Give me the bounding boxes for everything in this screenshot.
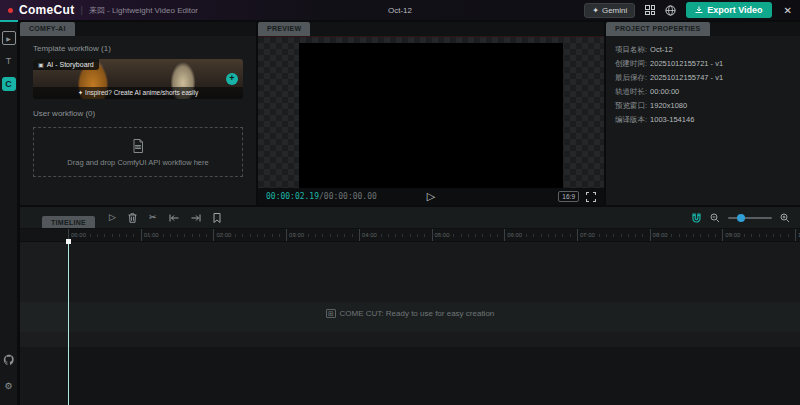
export-video-label: Export Video — [707, 5, 762, 15]
tab-timeline[interactable]: TIMELINE — [42, 216, 95, 228]
ruler-minor-tick — [773, 234, 774, 237]
jump-start-button[interactable] — [169, 214, 179, 222]
playhead-handle[interactable] — [66, 239, 71, 244]
timeline-play-button[interactable]: ▷ — [109, 213, 116, 222]
sidebar-item-comfy[interactable]: C — [2, 77, 16, 91]
ruler-minor-tick — [584, 234, 585, 237]
bookmark-icon — [213, 213, 221, 223]
ruler-major-tick — [141, 229, 142, 242]
ruler-minor-tick — [388, 234, 389, 237]
ruler-minor-tick — [664, 234, 665, 237]
timeline-message-text: COME CUT: Ready to use for easy creation — [340, 309, 495, 318]
track-row[interactable] — [20, 347, 800, 405]
ruler-minor-tick — [235, 234, 236, 237]
sidebar-item-media[interactable]: ▶ — [2, 31, 16, 45]
timeline-tools: ▷ ✂ — [109, 213, 220, 223]
comecut-badge-icon: ⊞ — [326, 309, 336, 318]
ruler-minor-tick — [170, 234, 171, 237]
property-value: 20251012155747 - v1 — [650, 73, 723, 83]
cut-clip-button[interactable]: ✂ — [149, 213, 157, 222]
fullscreen-icon[interactable] — [586, 192, 596, 202]
ruler-minor-tick — [759, 234, 760, 237]
ruler-minor-tick — [126, 234, 127, 237]
ruler-minor-tick — [635, 234, 636, 237]
ruler-time-label: 08:00 — [653, 232, 668, 238]
playhead[interactable] — [68, 242, 69, 405]
ruler-major-tick — [213, 229, 214, 242]
property-row: 轨道时长:00:00:00 — [615, 87, 791, 97]
property-row: 项目名称:Oct-12 — [615, 45, 791, 55]
add-template-button[interactable]: + — [226, 73, 238, 85]
ruler-minor-tick — [730, 234, 731, 237]
ruler-time-label: 06:00 — [507, 232, 522, 238]
ruler-minor-tick — [381, 234, 382, 237]
track-row[interactable] — [20, 242, 800, 302]
ruler-minor-tick — [177, 234, 178, 237]
ruler-minor-tick — [395, 234, 396, 237]
ruler-minor-tick — [475, 234, 476, 237]
github-icon — [3, 354, 15, 366]
layout-grid-button[interactable] — [645, 5, 655, 15]
zoom-out-icon[interactable] — [710, 213, 720, 223]
ruler-minor-tick — [766, 234, 767, 237]
sidebar-bottom: ⚙ — [2, 353, 16, 405]
property-value: 1920x1080 — [650, 101, 687, 111]
ruler-minor-tick — [613, 234, 614, 237]
ruler-minor-tick — [366, 234, 367, 237]
ruler-minor-tick — [526, 234, 527, 237]
preview-panel-header: PREVIEW — [258, 22, 604, 36]
property-label: 编译版本: — [615, 115, 647, 125]
play-button[interactable]: ▷ — [427, 191, 435, 202]
magnet-snap-icon[interactable] — [691, 212, 702, 223]
aspect-ratio-button[interactable]: 16:9 — [558, 191, 579, 202]
sidebar-item-text[interactable]: T — [2, 54, 16, 68]
export-video-button[interactable]: Export Video — [686, 2, 771, 18]
property-value: Oct-12 — [650, 45, 673, 55]
preview-panel: PREVIEW 00:00:02.19/00:00:00.00 ▷ 16:9 — [258, 22, 604, 205]
storyboard-template-card[interactable]: ▣ AI - Storyboard + ✦ Inspired? Create A… — [33, 59, 243, 99]
comfy-panel-body: Template workflow (1) ▣ AI - Storyboard … — [20, 36, 256, 205]
ruler-time-label: 05:00 — [435, 232, 450, 238]
preview-controls-bar: 00:00:02.19/00:00:00.00 ▷ 16:9 — [258, 188, 604, 205]
ruler-minor-tick — [693, 234, 694, 237]
tab-comfy-ai[interactable]: COMFY-AI — [20, 22, 75, 36]
timeline-zoom-slider[interactable] — [728, 217, 772, 219]
sidebar-item-settings[interactable]: ⚙ — [2, 379, 16, 393]
timeline-tracks[interactable]: ⊞ COME CUT: Ready to use for easy creati… — [20, 242, 800, 405]
ruler-minor-tick — [301, 234, 302, 237]
ruler-minor-tick — [446, 234, 447, 237]
ruler-minor-tick — [192, 234, 193, 237]
ruler-minor-tick — [155, 234, 156, 237]
zoom-slider-knob[interactable] — [737, 214, 745, 222]
workflow-dropzone[interactable]: JSON Drag and drop ComfyUI API workflow … — [33, 127, 243, 177]
tab-preview[interactable]: PREVIEW — [258, 22, 310, 36]
timecode-total: 00:00:00.00 — [324, 192, 377, 201]
sidebar-item-github[interactable] — [2, 353, 16, 367]
svg-text:JSON: JSON — [133, 146, 141, 149]
bookmark-marker-button[interactable] — [213, 213, 221, 223]
ruler-time-label: 01:00 — [144, 232, 159, 238]
ruler-minor-tick — [337, 234, 338, 237]
ruler-minor-tick — [744, 234, 745, 237]
ruler-major-tick — [795, 229, 796, 242]
ruler-minor-tick — [751, 234, 752, 237]
timeline-ruler[interactable]: 00:0001:0002:0003:0004:0005:0006:0007:00… — [20, 229, 800, 242]
jump-end-button[interactable] — [191, 214, 201, 222]
language-globe-button[interactable] — [665, 5, 676, 16]
gemini-button[interactable]: ✦ Gemini — [584, 3, 635, 18]
video-canvas[interactable] — [299, 43, 563, 191]
app-window: ComeCut | 来回 - Lightweight Video Editor … — [0, 0, 800, 405]
ruler-minor-tick — [737, 234, 738, 237]
close-button[interactable]: ✕ — [784, 5, 792, 16]
ruler-minor-tick — [708, 234, 709, 237]
timecode-current: 00:00:02.19 — [266, 192, 319, 201]
preview-panel-body: 00:00:02.19/00:00:00.00 ▷ 16:9 — [258, 36, 604, 205]
tab-project-properties[interactable]: PROJECT PROPERTIES — [606, 22, 710, 36]
property-row: 最后保存:20251012155747 - v1 — [615, 73, 791, 83]
ruler-minor-tick — [272, 234, 273, 237]
track-row[interactable] — [20, 332, 800, 347]
delete-clip-button[interactable] — [128, 213, 137, 223]
ruler-minor-tick — [439, 234, 440, 237]
ruler-minor-tick — [482, 234, 483, 237]
zoom-in-icon[interactable] — [780, 213, 790, 223]
